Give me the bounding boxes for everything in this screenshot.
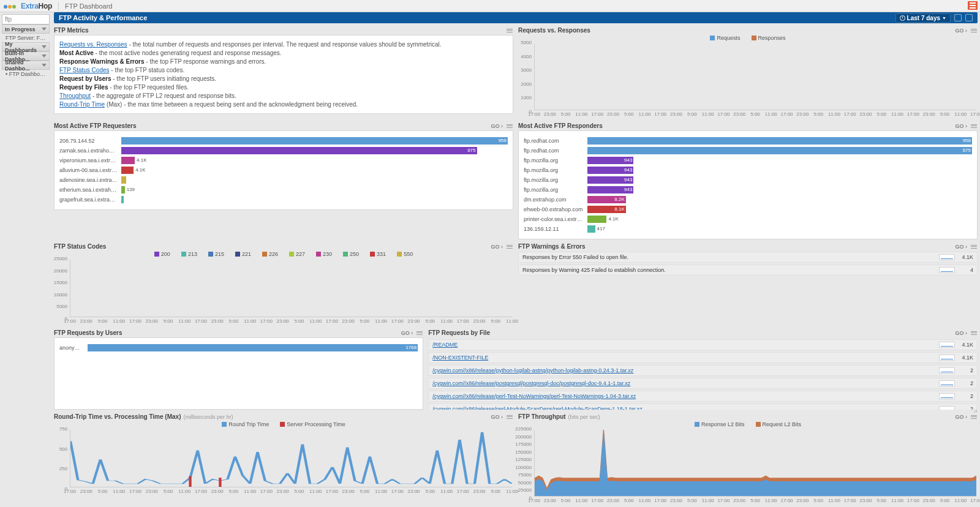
- nav-group-header[interactable]: In Progress: [2, 24, 50, 34]
- widget-menu-icon[interactable]: [970, 28, 978, 33]
- bar-row[interactable]: ftp.redhat.com 875: [524, 147, 972, 154]
- metric-link[interactable]: Requests vs. Responses: [59, 41, 127, 48]
- go-link[interactable]: GO: [955, 28, 967, 34]
- bar-row[interactable]: zarnak.sea.i.extrahop.com 875: [59, 147, 508, 154]
- svg-rect-1: [219, 478, 221, 487]
- list-item[interactable]: Responses by Error 550 Failed to open fi…: [518, 252, 978, 263]
- rtt-chart[interactable]: 0250500750 17:0023:005:0011:0017:0023:00…: [54, 429, 513, 496]
- svg-rect-0: [189, 476, 191, 487]
- requesters-chart[interactable]: 208.79.144.52 958zarnak.sea.i.extrahop.c…: [54, 130, 513, 210]
- sidebar: In ProgressFTP Server: FTPMy DashboardsB…: [0, 12, 51, 80]
- widget-menu-icon[interactable]: [970, 415, 978, 419]
- bar-row[interactable]: printer-color.sea.i.extrahop.com 4.1K: [524, 216, 972, 223]
- legend-item[interactable]: 221: [235, 251, 251, 257]
- widget-menu-icon[interactable]: [970, 331, 978, 336]
- legend-item[interactable]: 227: [289, 251, 305, 257]
- legend-item[interactable]: Round Trip Time: [222, 421, 269, 427]
- sparkline: [939, 406, 955, 410]
- bar-row[interactable]: adenosine.sea.i.extrahop.com: [59, 176, 508, 184]
- go-link[interactable]: GO: [955, 414, 967, 420]
- list-item[interactable]: /cygwin.com//x86/release/perl-Test-NoWar…: [428, 391, 978, 402]
- users-chart[interactable]: anonymous 1768: [54, 337, 423, 410]
- files-list[interactable]: /README4.1K/NON-EXISTENT-FILE4.1K/cygwin…: [428, 337, 978, 410]
- chevron-down-icon: [42, 54, 47, 58]
- widget-menu-icon[interactable]: [506, 124, 513, 129]
- throughput-chart[interactable]: 0250005000075000100000125000150000175000…: [518, 429, 978, 505]
- metrics-body: Requests vs. Responses - the total numbe…: [54, 35, 513, 114]
- go-link[interactable]: GO: [491, 414, 503, 420]
- bar-row[interactable]: ehweb-00.extrahop.com 8.1K: [524, 206, 972, 213]
- legend-item[interactable]: 250: [343, 251, 359, 257]
- search-input[interactable]: [2, 14, 50, 24]
- list-item[interactable]: /cygwin.com//x86/release/postgresql/post…: [428, 378, 978, 389]
- metric-link[interactable]: Throughput: [59, 92, 91, 99]
- legend-item[interactable]: Requests: [710, 35, 740, 41]
- bar-row[interactable]: ftp.redhat.com 958: [524, 137, 972, 145]
- time-range-button[interactable]: Last 7 days ▼: [895, 13, 951, 23]
- legend-item[interactable]: 550: [397, 251, 413, 257]
- go-link[interactable]: GO: [955, 330, 967, 336]
- legend-item[interactable]: 215: [208, 251, 224, 257]
- list-item[interactable]: /NON-EXISTENT-FILE4.1K: [428, 352, 978, 363]
- widget-menu-icon[interactable]: [970, 244, 978, 249]
- nav-item[interactable]: • FTP Dashboard: [2, 70, 50, 78]
- sparkline: [939, 267, 955, 273]
- legend-item[interactable]: 331: [370, 251, 386, 257]
- go-link[interactable]: GO: [401, 330, 413, 336]
- requests-responses-chart[interactable]: 010002000300040005000 17:0023:005:0011:0…: [518, 42, 978, 119]
- widget-menu-icon[interactable]: [416, 331, 423, 336]
- metric-link[interactable]: Round-Trip Time: [59, 101, 105, 108]
- sparkline: [939, 342, 955, 348]
- go-link[interactable]: GO: [955, 244, 967, 250]
- bar-row[interactable]: 136.159.12.11 417: [524, 225, 972, 233]
- legend-item[interactable]: Responses: [752, 35, 786, 41]
- list-item[interactable]: /cygwin.com//x86/release/python-logilab-…: [428, 365, 978, 376]
- widget-menu-icon[interactable]: [506, 28, 513, 33]
- go-link[interactable]: GO: [491, 123, 503, 129]
- menu-icon[interactable]: [968, 1, 978, 10]
- bar-row[interactable]: viperonium.sea.i.extrahop.com 4.1K: [59, 157, 508, 164]
- sparkline: [939, 254, 955, 260]
- list-item[interactable]: /cygwin.com//x86/release/perl-Module-Sca…: [428, 404, 978, 410]
- widget-menu-icon[interactable]: [506, 415, 513, 419]
- bar-row[interactable]: ftp.mozilla.org 943: [524, 157, 972, 164]
- legend-item[interactable]: Server Processing Time: [280, 421, 345, 427]
- status-codes-chart[interactable]: 0500010000150002000025000 17:0023:005:00…: [54, 258, 513, 326]
- bar-row[interactable]: ftp.mozilla.org 943: [524, 167, 972, 174]
- legend-item[interactable]: 226: [262, 251, 278, 257]
- bar-row[interactable]: anonymous 1768: [59, 344, 418, 351]
- panels-icon[interactable]: [965, 14, 973, 21]
- go-link[interactable]: GO: [491, 244, 503, 250]
- sparkline: [939, 355, 955, 361]
- bar-row[interactable]: dm.extrahop.com 8.2K: [524, 196, 972, 203]
- resize-icon[interactable]: ⟓: [973, 405, 979, 411]
- legend-item[interactable]: 230: [316, 251, 332, 257]
- sparkline: [939, 380, 955, 386]
- nav-group-header[interactable]: Shared Dashbo...: [2, 61, 50, 70]
- fullscreen-icon[interactable]: [954, 14, 962, 21]
- legend-item[interactable]: Request L2 Bits: [756, 421, 802, 427]
- metric-link[interactable]: FTP Status Codes: [59, 67, 110, 73]
- list-item[interactable]: /README4.1K: [428, 339, 978, 350]
- bar-row[interactable]: grapefruit.sea.i.extrahop.com: [59, 196, 508, 203]
- bar-row[interactable]: ftp.mozilla.org 943: [524, 176, 972, 184]
- brand-logo[interactable]: ExtraHop: [4, 2, 52, 10]
- bar-row[interactable]: alluvium-00.sea.i.extrahop.com 4.1K: [59, 167, 508, 174]
- chevron-down-icon: ▼: [942, 16, 946, 20]
- brand-icon: [4, 5, 17, 9]
- widget-menu-icon[interactable]: [506, 244, 513, 249]
- bar-row[interactable]: ftp.mozilla.org 943: [524, 186, 972, 193]
- responders-chart[interactable]: ftp.redhat.com 958ftp.redhat.com 875ftp.…: [518, 130, 978, 239]
- legend-item[interactable]: 213: [181, 251, 197, 257]
- go-link[interactable]: GO: [955, 123, 967, 129]
- bar-row[interactable]: 208.79.144.52 958: [59, 137, 508, 145]
- widget-menu-icon[interactable]: [970, 124, 978, 129]
- bar-row[interactable]: etherium.sea.i.extrahop.com 139: [59, 186, 508, 193]
- list-item[interactable]: Responses by Warning 425 Failed to estab…: [518, 265, 978, 276]
- clock-icon: [900, 15, 905, 21]
- legend-item[interactable]: 200: [154, 251, 170, 257]
- errors-list: Responses by Error 550 Failed to open fi…: [518, 252, 978, 276]
- topbar: ExtraHop FTP Dashboard: [0, 0, 980, 12]
- legend-item[interactable]: Response L2 Bits: [695, 421, 745, 427]
- section-header: FTP Activity & Performance Last 7 days ▼: [54, 12, 978, 23]
